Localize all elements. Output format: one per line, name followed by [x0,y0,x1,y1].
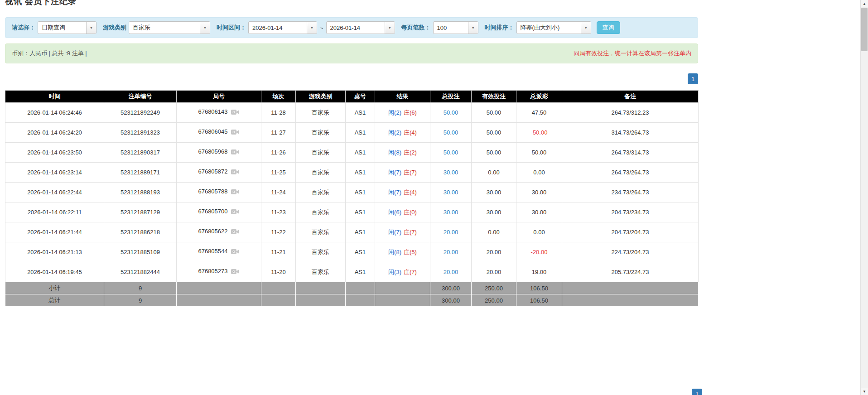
video-replay-icon[interactable] [231,228,240,236]
total-bet-link[interactable]: 20.00 [444,269,458,275]
total-bet-link[interactable]: 50.00 [444,149,458,156]
bet-time: 2026-01-14 06:22:11 [5,202,104,222]
valid-bet: 20.00 [472,262,516,282]
total-bet-link[interactable]: 50.00 [444,129,458,136]
game-type-dropdown[interactable]: 百家乐 ▼ [129,21,210,34]
round-id: 676805788 [198,188,227,195]
valid-bet-notice: 同局有效投注，统一计算在该局第一张注单内 [574,49,691,58]
date-to-picker[interactable]: 2026-01-14 ▼ [326,21,395,34]
total-bet-link[interactable]: 50.00 [444,109,458,116]
video-replay-icon[interactable] [231,128,240,137]
bet-records-table: 时间 注单编号 局号 场次 游戏类别 桌号 结果 总投注 有效投注 总派彩 备注… [5,90,699,307]
header-round-id: 局号 [177,91,261,103]
header-valid-bet: 有效投注 [472,91,516,103]
scroll-up-icon[interactable]: ▲ [861,0,868,7]
bet-id: 523121888193 [104,183,177,202]
round-cell: 676805700 [177,202,261,222]
payout: 30.00 [516,202,562,222]
total-bet-link[interactable]: 20.00 [444,249,458,255]
total-bet-cell: 30.00 [430,202,472,222]
bet-id: 523121882444 [104,262,177,282]
round-id: 676805872 [198,168,227,175]
video-replay-icon[interactable] [231,148,240,157]
bet-table-body: 2026-01-14 06:24:46 523121892249 6768061… [5,103,699,282]
round-cell: 676805622 [177,222,261,242]
video-replay-icon[interactable] [231,248,240,256]
time-sort-dropdown[interactable]: 降幂(由大到小) ▼ [516,21,591,34]
video-replay-icon[interactable] [231,268,240,276]
session: 11-23 [261,202,296,222]
total-bet-cell: 50.00 [430,123,472,143]
chevron-down-icon[interactable]: ▼ [385,22,395,34]
remark: 205.73/224.73 [562,262,699,282]
bet-time: 2026-01-14 06:24:20 [5,123,104,143]
chevron-down-icon[interactable]: ▼ [307,22,317,34]
result-player: 闲(6) [388,209,401,216]
page-button-1-bottom[interactable]: 1 [692,389,702,395]
result-banker: 庄(0) [404,209,417,216]
bet-time: 2026-01-14 06:21:44 [5,222,104,242]
session: 11-27 [261,123,296,143]
game-type: 百家乐 [296,262,346,282]
date-to-value: 2026-01-14 [327,22,385,34]
table-no: AS1 [346,222,375,242]
round-id: 676805700 [198,208,227,215]
table-row: 2026-01-14 06:23:50 523121890317 6768059… [5,143,699,163]
header-bet-id: 注单编号 [104,91,177,103]
remark: 264.73/314.73 [562,143,699,163]
header-table-no: 桌号 [346,91,375,103]
chevron-down-icon[interactable]: ▼ [468,22,478,34]
date-from-picker[interactable]: 2026-01-14 ▼ [248,21,317,34]
pagination-top: 1 [5,73,698,84]
total-bet-link[interactable]: 30.00 [444,189,458,196]
payout: -50.00 [516,123,562,143]
bet-time: 2026-01-14 06:23:14 [5,163,104,183]
game-type: 百家乐 [296,183,346,202]
total-bet-link[interactable]: 30.00 [444,209,458,216]
select-mode-dropdown[interactable]: 日期查询 ▼ [38,21,96,34]
table-header: 时间 注单编号 局号 场次 游戏类别 桌号 结果 总投注 有效投注 总派彩 备注 [5,91,699,103]
page-title: 视讯 会员下注纪录 [5,0,698,6]
page-button-1[interactable]: 1 [688,73,698,84]
video-replay-icon[interactable] [231,188,240,197]
total-bet-cell: 30.00 [430,163,472,183]
scrollbar-thumb[interactable] [861,8,868,51]
total-bet-link[interactable]: 20.00 [444,229,458,236]
payout: 50.00 [516,143,562,163]
video-replay-icon[interactable] [231,208,240,217]
select-mode-label: 请选择： [12,24,35,32]
scroll-down-icon[interactable]: ▼ [861,388,868,395]
vertical-scrollbar[interactable]: ▲ ▼ [860,0,868,395]
result-cell: 闲(2)庄(6) [375,103,430,123]
result-player: 闲(7) [388,169,401,176]
chevron-down-icon[interactable]: ▼ [200,22,210,34]
query-button[interactable]: 查询 [597,21,620,34]
bet-id: 523121885109 [104,242,177,262]
result-cell: 闲(7)庄(4) [375,183,430,202]
header-result: 结果 [375,91,430,103]
result-banker: 庄(4) [404,189,417,196]
subtotal-payout: 106.50 [516,282,562,294]
table-row: 2026-01-14 06:21:13 523121885109 6768055… [5,242,699,262]
total-bet-cell: 20.00 [430,222,472,242]
session: 11-22 [261,222,296,242]
total-bet-cell: 50.00 [430,143,472,163]
result-cell: 闲(2)庄(4) [375,123,430,143]
table-no: AS1 [346,262,375,282]
round-id: 676805273 [198,268,227,275]
table-no: AS1 [346,183,375,202]
bet-id: 523121889171 [104,163,177,183]
result-cell: 闲(6)庄(0) [375,202,430,222]
result-cell: 闲(3)庄(7) [375,262,430,282]
video-replay-icon[interactable] [231,168,240,177]
subtotal-count: 9 [104,282,177,294]
bet-id: 523121886218 [104,222,177,242]
total-bet-link[interactable]: 30.00 [444,169,458,176]
result-banker: 庄(2) [404,149,417,156]
grand-total-label: 总计 [5,294,104,307]
chevron-down-icon[interactable]: ▼ [581,22,591,34]
chevron-down-icon[interactable]: ▼ [86,22,96,34]
per-page-dropdown[interactable]: 100 ▼ [433,21,478,34]
header-payout: 总派彩 [516,91,562,103]
video-replay-icon[interactable] [231,108,240,117]
